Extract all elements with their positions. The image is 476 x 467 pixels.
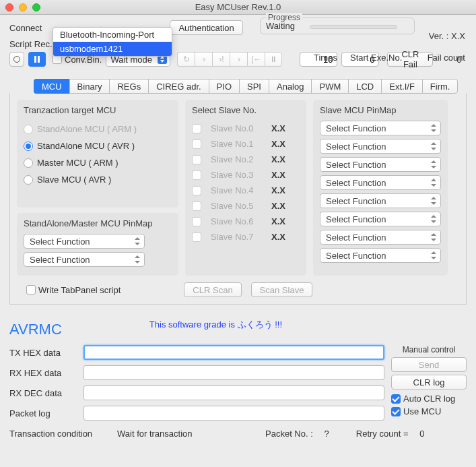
failcount-label: Fail count xyxy=(428,53,465,63)
times-label: Times xyxy=(314,53,337,63)
autoclr-checkbox[interactable]: Auto CLR log xyxy=(391,394,467,404)
master-pinmap-select-2[interactable]: Select Function xyxy=(24,252,145,267)
slave-pinmap-1[interactable]: Select Function xyxy=(320,121,441,135)
tab-extif[interactable]: Ext.I/F xyxy=(381,79,422,94)
close-icon[interactable] xyxy=(5,3,13,11)
usemcu-checkbox[interactable]: Use MCU xyxy=(391,406,467,416)
slave-row-5: Slave No.5X.X xyxy=(192,198,300,214)
port-dropdown[interactable]: Bluetooth-Incoming-Port usbmodem1421 xyxy=(53,27,172,57)
tab-firm[interactable]: Firm. xyxy=(422,79,458,94)
txhex-input[interactable] xyxy=(83,345,384,360)
pktno-value: ? xyxy=(313,429,329,439)
scan-slave-button[interactable]: Scan Slave xyxy=(251,282,313,297)
slave-row-6: Slave No.6X.X xyxy=(192,214,300,229)
slave-row-3: Slave No.3X.X xyxy=(192,167,300,183)
tab-cireg[interactable]: CIREG adr. xyxy=(148,79,208,94)
retry-value: 0 xyxy=(409,429,425,439)
record-button[interactable] xyxy=(9,52,24,67)
radio-standalone-avr[interactable]: StandAlone MCU ( AVR ) xyxy=(24,137,172,154)
titlebar: Easy MCUser Rev.1.0 xyxy=(0,0,476,15)
clr-log-button[interactable]: CLR log xyxy=(391,375,467,390)
tab-pwm[interactable]: PWM xyxy=(311,79,348,94)
waitfor-label: Wait for transaction xyxy=(117,429,265,439)
transcond-label: Transaction condition xyxy=(9,429,117,439)
progress-status: Waiting xyxy=(266,21,295,31)
send-button[interactable]: Send xyxy=(391,357,467,372)
mcu-panel: Tranzaction target MCU StandAlone MCU ( … xyxy=(9,93,467,305)
tab-analog[interactable]: Analog xyxy=(269,79,311,94)
tab-regs[interactable]: REGs xyxy=(109,79,148,94)
connect-label: Connect xyxy=(9,23,42,33)
txhex-label: TX HEX data xyxy=(9,348,83,358)
master-pinmap-select-1[interactable]: Select Function xyxy=(24,234,145,249)
rxdec-label: RX DEC data xyxy=(9,388,83,398)
manual-title: Manual control xyxy=(391,345,467,354)
window-title: Easy MCUser Rev.1.0 xyxy=(195,2,281,12)
clr-scan-button[interactable]: CLR Scan xyxy=(184,282,241,297)
slave-pinmap-6[interactable]: Select Function xyxy=(320,212,441,226)
slave-pinmap-4[interactable]: Select Function xyxy=(320,175,441,190)
tab-binary[interactable]: Binary xyxy=(69,79,110,94)
slavepin-title: Slave MCU PinMap xyxy=(320,105,441,115)
target-title: Tranzaction target MCU xyxy=(24,105,172,115)
slave-row-7: Slave No.7X.X xyxy=(192,229,300,245)
tab-bar: MCU Binary REGs CIREG adr. PIO SPI Analo… xyxy=(9,79,467,94)
authentication-button[interactable]: Authentication xyxy=(170,20,242,35)
slave-row-1: Slave No.1X.X xyxy=(192,136,300,152)
zoom-icon[interactable] xyxy=(32,3,40,11)
slave-row-4: Slave No.4X.X xyxy=(192,183,300,198)
slave-pinmap-2[interactable]: Select Function xyxy=(320,139,441,154)
tab-spi[interactable]: SPI xyxy=(239,79,269,94)
slave-pinmap-5[interactable]: Select Function xyxy=(320,193,441,208)
rewind-icon[interactable]: |← xyxy=(247,52,265,67)
rxdec-input[interactable] xyxy=(83,385,384,400)
end-icon[interactable]: › xyxy=(230,52,247,67)
radio-slave-avr[interactable]: Slave MCU ( AVR ) xyxy=(24,171,172,188)
progress-label: Progress xyxy=(266,13,302,22)
pause-button[interactable] xyxy=(28,52,46,67)
skip-icon[interactable]: ›! xyxy=(212,52,230,67)
slave-pinmap-7[interactable]: Select Function xyxy=(320,230,441,245)
pinmap-title: StandAlone/Master MCU PinMap xyxy=(24,218,172,228)
rxhex-input[interactable] xyxy=(83,365,384,380)
write-tabpanel-checkbox[interactable]: Write TabPanel script xyxy=(26,285,121,295)
retry-label: Retry count = xyxy=(356,429,409,439)
rxhex-label: RX HEX data xyxy=(9,368,83,378)
next-icon[interactable]: › xyxy=(195,52,212,67)
version-label: Ver. : X.X xyxy=(429,31,465,41)
pause2-icon[interactable]: ⏸ xyxy=(265,52,282,67)
port-option-usbmodem[interactable]: usbmodem1421 xyxy=(53,42,172,56)
radio-master-arm[interactable]: Master MCU ( ARM ) xyxy=(24,154,172,171)
reload-icon[interactable]: ↻ xyxy=(177,52,195,67)
slave-pinmap-3[interactable]: Select Function xyxy=(320,157,441,172)
radio-standalone-arm: StandAlone MCU ( ARM ) xyxy=(24,121,172,137)
pktno-label: Packet No. : xyxy=(265,429,313,439)
progress-bar xyxy=(310,25,397,29)
pktlog-input[interactable] xyxy=(83,406,384,421)
startexe-label: Start Exe.No. xyxy=(350,53,402,63)
avrmc-label: AVRMC xyxy=(9,321,62,338)
port-option-bluetooth[interactable]: Bluetooth-Incoming-Port xyxy=(53,28,172,42)
tab-lcd[interactable]: LCD xyxy=(348,79,381,94)
minimize-icon[interactable] xyxy=(19,3,27,11)
progress-group: Progress Waiting xyxy=(260,18,415,34)
circle-icon xyxy=(13,56,20,63)
tab-mcu[interactable]: MCU xyxy=(34,79,69,94)
slave-row-2: Slave No.2X.X xyxy=(192,152,300,167)
slave-title: Select Slave No. xyxy=(192,105,300,115)
pktlog-label: Packet log xyxy=(9,408,83,418)
slave-pinmap-8[interactable]: Select Function xyxy=(320,248,441,263)
slave-row-0: Slave No.0X.X xyxy=(192,121,300,136)
grade-label: This software grade is ふくろう !!! xyxy=(149,319,282,331)
tab-pio[interactable]: PIO xyxy=(209,79,239,94)
